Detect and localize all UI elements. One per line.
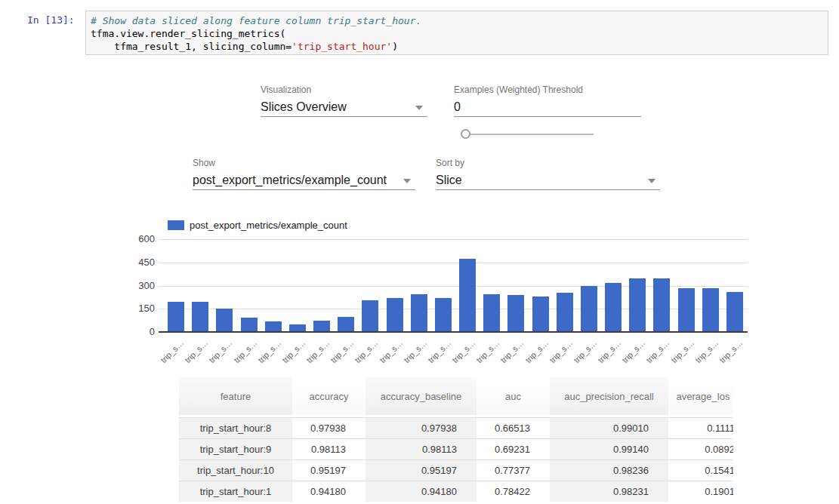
code-line-3: tfma_result_1, slicing_column='trip_star…	[91, 40, 823, 53]
column-header-accuracy_baseline: accuracy_baseline	[366, 377, 477, 415]
metric-cell: 0.1541	[668, 459, 733, 481]
gridline-600	[159, 239, 748, 240]
show-control: Show post_export_metrics/example_count	[193, 158, 415, 190]
bar-4[interactable]	[265, 321, 282, 331]
table-row: trip_start_hour:10.941800.941800.784220.…	[179, 481, 733, 502]
bar-18[interactable]	[605, 283, 622, 331]
bar-21[interactable]	[678, 288, 695, 331]
bar-14[interactable]	[507, 295, 524, 331]
table-row: trip_start_hour:100.951970.951970.773770…	[179, 459, 733, 481]
column-header-accuracy: accuracy	[292, 377, 366, 415]
bar-22[interactable]	[702, 288, 719, 331]
bar-9[interactable]	[387, 298, 403, 331]
sort-by-selected-value: Slice	[436, 172, 660, 189]
metric-cell: 0.99140	[550, 438, 668, 459]
threshold-input[interactable]: 0	[454, 99, 641, 117]
bar-20[interactable]	[653, 278, 670, 331]
metric-cell: 0.98236	[550, 459, 668, 481]
gridline-450	[159, 263, 748, 263]
bar-17[interactable]	[581, 286, 597, 331]
bar-23[interactable]	[726, 292, 743, 331]
code-line-3-string: 'trip_start_hour'	[291, 41, 392, 52]
show-selected-value: post_export_metrics/example_count	[193, 172, 415, 189]
bar-chart-plot-area: trip_s…trip_s…trip_s…trip_s…trip_s…trip_…	[159, 239, 748, 332]
y-tick-label-300: 300	[117, 280, 155, 291]
bar-13[interactable]	[483, 294, 500, 331]
bar-10[interactable]	[411, 294, 427, 331]
sort-by-control: Sort by Slice	[436, 158, 660, 190]
table-header-row: featureaccuracyaccuracy_baselineaucauc_p…	[179, 377, 733, 415]
metric-cell: 0.94180	[366, 481, 477, 502]
legend-series-label: post_export_metrics/example_count	[190, 220, 347, 231]
cell-execution-prompt: In [13]:	[27, 14, 75, 26]
code-line-2: tfma.view.render_slicing_metrics(	[91, 27, 823, 40]
slider-track[interactable]	[462, 134, 594, 135]
bar-15[interactable]	[532, 297, 549, 331]
metrics-table: featureaccuracyaccuracy_baselineaucauc_p…	[179, 377, 733, 502]
show-label: Show	[193, 158, 415, 170]
column-header-feature: feature	[179, 377, 292, 415]
feature-cell: trip_start_hour:10	[179, 459, 292, 481]
bar-2[interactable]	[216, 309, 233, 331]
metric-cell: 0.94180	[292, 481, 366, 502]
y-tick-label-600: 600	[117, 233, 155, 244]
bar-16[interactable]	[557, 293, 573, 331]
chevron-down-icon	[403, 179, 411, 183]
bar-12[interactable]	[459, 259, 476, 331]
visualization-label: Visualization	[261, 85, 427, 97]
bar-3[interactable]	[241, 318, 258, 331]
threshold-slider[interactable]	[461, 129, 594, 139]
bar-19[interactable]	[629, 278, 646, 331]
legend-color-swatch	[168, 220, 184, 230]
bar-11[interactable]	[435, 298, 452, 331]
bar-0[interactable]	[168, 302, 184, 331]
column-header-average_los: average_los	[668, 377, 733, 415]
bar-1[interactable]	[192, 302, 208, 331]
metric-cell: 0.97938	[292, 417, 366, 438]
slider-handle[interactable]	[461, 129, 470, 139]
metric-cell: 0.95197	[366, 459, 477, 481]
metric-cell: 0.99010	[550, 417, 668, 438]
sort-by-dropdown[interactable]: Slice	[436, 172, 660, 190]
metric-cell: 0.69231	[477, 438, 550, 459]
y-tick-label-450: 450	[117, 257, 155, 268]
chevron-down-icon	[415, 106, 423, 110]
feature-cell: trip_start_hour:8	[179, 417, 292, 438]
visualization-selected-value: Slices Overview	[261, 99, 427, 115]
bar-8[interactable]	[362, 300, 378, 331]
y-tick-label-0: 0	[117, 326, 155, 337]
feature-cell: trip_start_hour:1	[179, 481, 292, 502]
metric-cell: 0.0892	[668, 438, 733, 459]
metric-cell: 0.78422	[477, 481, 550, 502]
metric-cell: 0.95197	[292, 459, 366, 481]
visualization-dropdown[interactable]: Slices Overview	[261, 99, 427, 117]
metric-cell: 0.1901	[668, 481, 733, 502]
bar-5[interactable]	[289, 324, 306, 331]
show-dropdown[interactable]: post_export_metrics/example_count	[193, 172, 415, 190]
sort-by-label: Sort by	[436, 158, 660, 170]
metric-cell: 0.98113	[366, 438, 477, 459]
threshold-label: Examples (Weighted) Threshold	[454, 85, 641, 97]
code-cell-input[interactable]: # Show data sliced along feature column …	[85, 11, 828, 55]
metric-cell: 0.77377	[477, 459, 550, 481]
y-tick-label-150: 150	[117, 303, 155, 314]
notebook-output-page: In [13]: # Show data sliced along featur…	[0, 0, 839, 504]
threshold-value: 0	[454, 99, 641, 115]
visualization-control: Visualization Slices Overview	[261, 85, 427, 117]
table-row: trip_start_hour:80.979380.979380.665130.…	[179, 417, 733, 438]
metric-cell: 0.97938	[366, 417, 477, 438]
code-line-3-suffix: )	[392, 41, 398, 52]
threshold-control: Examples (Weighted) Threshold 0	[454, 85, 641, 117]
metric-cell: 0.98231	[550, 481, 668, 502]
table-row: trip_start_hour:90.981130.981130.692310.…	[179, 438, 733, 459]
metrics-table-container: featureaccuracyaccuracy_baselineaucauc_p…	[179, 377, 733, 504]
bar-6[interactable]	[313, 321, 330, 331]
feature-cell: trip_start_hour:9	[179, 438, 292, 459]
column-header-auc: auc	[477, 377, 550, 415]
bar-7[interactable]	[338, 317, 354, 331]
metric-cell: 0.66513	[477, 417, 550, 438]
metric-cell: 0.1111	[668, 417, 733, 438]
chevron-down-icon	[648, 179, 655, 183]
metric-cell: 0.98113	[292, 438, 366, 459]
code-line-3-prefix: tfma_result_1, slicing_column=	[91, 41, 291, 52]
